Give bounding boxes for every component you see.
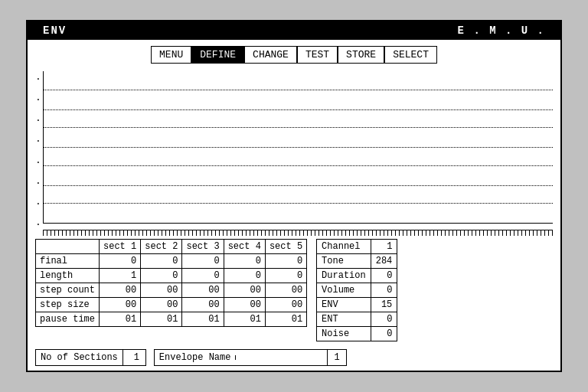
row-val: 00 xyxy=(265,298,306,312)
sections-box: No of Sections1 xyxy=(35,349,146,366)
table-col-header: sect 4 xyxy=(224,240,265,254)
row-val: 0 xyxy=(182,269,224,283)
row-val: 01 xyxy=(100,312,141,327)
side-label: Tone xyxy=(317,254,371,269)
row-val: 01 xyxy=(141,312,182,327)
y-axis: . . . . . . . . xyxy=(35,71,43,236)
side-value: 0 xyxy=(371,312,397,327)
table-col-header xyxy=(36,240,100,254)
table-col-header: sect 5 xyxy=(265,240,306,254)
row-val: 00 xyxy=(100,298,141,312)
row-val: 0 xyxy=(224,254,265,269)
side-label: Duration xyxy=(317,269,371,283)
y-tick: . xyxy=(35,92,41,103)
row-val: 0 xyxy=(141,269,182,283)
row-val: 00 xyxy=(182,298,224,312)
row-val: 01 xyxy=(182,312,224,327)
y-tick: . xyxy=(35,155,41,166)
row-val: 01 xyxy=(265,312,306,327)
table-row: step size0000000000 xyxy=(36,298,307,312)
side-value: 15 xyxy=(371,298,397,312)
menu-btn-define[interactable]: DEFINE xyxy=(191,46,244,64)
side-table-row: ENV15 xyxy=(317,298,397,312)
row-val: 0 xyxy=(265,254,306,269)
row-label: step size xyxy=(36,298,100,312)
side-table-row: Channel1 xyxy=(317,240,397,254)
chart-line xyxy=(44,165,553,166)
row-val: 01 xyxy=(224,312,265,327)
title-left: ENV xyxy=(43,24,67,37)
y-tick: . xyxy=(35,113,41,124)
main-window: ENV E . M . U . MENUDEFINECHANGETESTSTOR… xyxy=(26,20,562,372)
menu-btn-change[interactable]: CHANGE xyxy=(244,46,297,64)
row-val: 00 xyxy=(182,283,224,298)
row-val: 0 xyxy=(224,269,265,283)
table-row: step count0000000000 xyxy=(36,283,307,298)
menu-bar: MENUDEFINECHANGETESTSTORESELECT xyxy=(28,40,560,68)
envelope-number: 1 xyxy=(327,350,345,365)
side-label: Channel xyxy=(317,240,371,254)
row-label: pause time xyxy=(36,312,100,327)
table-row: pause time0101010101 xyxy=(36,312,307,327)
table-col-header: sect 1 xyxy=(100,240,141,254)
menu-btn-store[interactable]: STORE xyxy=(338,46,384,64)
row-val: 0 xyxy=(265,269,306,283)
side-value: 284 xyxy=(371,254,397,269)
side-table-row: Noise0 xyxy=(317,327,397,341)
bottom-section: sect 1sect 2sect 3sect 4sect 5final00000… xyxy=(28,236,560,346)
table-col-header: sect 3 xyxy=(182,240,224,254)
chart-area: . . . . . . . . xyxy=(28,68,560,236)
row-val: 00 xyxy=(141,298,182,312)
side-value: 0 xyxy=(371,327,397,341)
chart-line xyxy=(44,203,553,204)
chart-line xyxy=(44,185,553,186)
envelope-name-field[interactable] xyxy=(235,355,327,360)
side-value: 0 xyxy=(371,269,397,283)
row-val: 00 xyxy=(141,283,182,298)
row-val: 00 xyxy=(100,283,141,298)
x-ruler xyxy=(43,230,553,236)
menu-btn-select[interactable]: SELECT xyxy=(384,46,437,64)
row-label: step count xyxy=(36,283,100,298)
table-row: length10000 xyxy=(36,269,307,283)
y-tick: . xyxy=(35,217,41,228)
side-value: 0 xyxy=(371,283,397,298)
side-table: Channel1Tone284Duration0Volume0ENV15ENT0… xyxy=(316,239,397,341)
y-tick: . xyxy=(35,71,41,83)
row-val: 0 xyxy=(141,254,182,269)
side-label: ENT xyxy=(317,312,371,327)
menu-btn-menu[interactable]: MENU xyxy=(151,46,191,64)
sections-value[interactable]: 1 xyxy=(122,350,145,365)
row-val: 1 xyxy=(100,269,141,283)
side-label: Noise xyxy=(317,327,371,341)
data-table: sect 1sect 2sect 3sect 4sect 5final00000… xyxy=(35,239,307,327)
chart-inner xyxy=(43,71,553,224)
side-label: Volume xyxy=(317,283,371,298)
y-tick: . xyxy=(35,175,41,187)
title-right: E . M . U . xyxy=(458,24,545,37)
y-tick: . xyxy=(35,196,41,207)
row-val: 00 xyxy=(224,298,265,312)
menu-btn-test[interactable]: TEST xyxy=(297,46,338,64)
row-val: 00 xyxy=(224,283,265,298)
row-val: 0 xyxy=(182,254,224,269)
row-label: length xyxy=(36,269,100,283)
envelope-label: Envelope Name xyxy=(155,350,236,365)
table-row: final00000 xyxy=(36,254,307,269)
sections-label: No of Sections xyxy=(36,350,122,365)
row-val: 0 xyxy=(100,254,141,269)
envelope-box: Envelope Name1 xyxy=(154,349,347,366)
side-table-row: Volume0 xyxy=(317,283,397,298)
table-col-header: sect 2 xyxy=(141,240,182,254)
side-label: ENV xyxy=(317,298,371,312)
chart-line xyxy=(44,109,553,110)
y-tick: . xyxy=(35,133,41,145)
side-value: 1 xyxy=(371,240,397,254)
chart-line xyxy=(44,147,553,148)
side-table-row: Tone284 xyxy=(317,254,397,269)
side-table-row: ENT0 xyxy=(317,312,397,327)
title-bar: ENV E . M . U . xyxy=(28,21,560,40)
row-label: final xyxy=(36,254,100,269)
side-table-row: Duration0 xyxy=(317,269,397,283)
chart-line xyxy=(44,90,553,90)
